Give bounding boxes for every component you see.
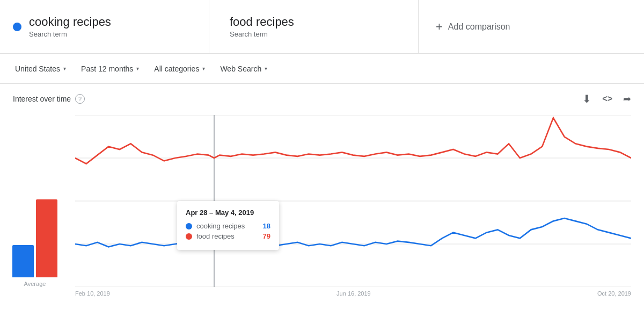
add-comparison-button[interactable]: + Add comparison [419, 0, 644, 53]
section-title-group: Interest over time ? [13, 94, 85, 104]
tooltip-row-blue: cooking recipes 18 [186, 222, 270, 230]
section-title: Interest over time [13, 95, 71, 103]
add-comparison-label: Add comparison [448, 22, 510, 32]
tooltip-term-red: food recipes [196, 232, 259, 240]
x-label-3: Oct 20, 2019 [597, 290, 631, 297]
period-chevron-icon: ▾ [136, 66, 139, 71]
category-filter[interactable]: All categories ▾ [148, 60, 211, 77]
region-chevron-icon: ▾ [63, 66, 66, 71]
blue-line [75, 218, 631, 247]
embed-code-icon[interactable]: <> [602, 94, 612, 104]
term1-info: cooking recipes Search term [29, 15, 111, 38]
chart-tooltip: Apr 28 – May 4, 2019 cooking recipes 18 … [177, 201, 279, 250]
help-icon[interactable]: ? [75, 94, 85, 104]
header: cooking recipes Search term food recipes… [0, 0, 644, 54]
tooltip-value-blue: 18 [263, 222, 270, 230]
x-label-2: Jun 16, 2019 [336, 290, 371, 297]
tooltip-date: Apr 28 – May 4, 2019 [186, 209, 270, 217]
tooltip-term-blue: cooking recipes [196, 222, 259, 230]
average-bar-chart: Average [0, 110, 70, 303]
tooltip-dot-blue [186, 223, 192, 229]
term1-name: cooking recipes [29, 15, 111, 29]
region-filter[interactable]: United States ▾ [9, 60, 72, 77]
section-actions: ⬇ <> ➦ [582, 92, 631, 105]
x-label-1: Feb 10, 2019 [75, 290, 110, 297]
search-type-chevron-icon: ▾ [265, 66, 267, 71]
line-chart-svg: 100 75 50 25 [75, 115, 631, 287]
section-header: Interest over time ? ⬇ <> ➦ [0, 84, 644, 110]
share-icon[interactable]: ➦ [623, 93, 631, 105]
tooltip-dot-red [186, 233, 192, 240]
category-label: All categories [154, 64, 199, 73]
filters-bar: United States ▾ Past 12 months ▾ All cat… [0, 54, 644, 84]
download-icon[interactable]: ⬇ [582, 92, 591, 105]
category-chevron-icon: ▾ [202, 66, 205, 71]
tooltip-value-red: 79 [263, 232, 270, 240]
term1-type: Search term [29, 30, 111, 38]
term2-info: food recipes Search term [230, 15, 294, 38]
chart-container: Average Apr 28 – May 4, 2019 cooking rec… [0, 110, 644, 303]
region-label: United States [15, 64, 60, 73]
avg-bar-blue [12, 245, 34, 277]
period-filter[interactable]: Past 12 months ▾ [75, 60, 145, 77]
line-chart-area: Apr 28 – May 4, 2019 cooking recipes 18 … [70, 110, 644, 303]
plus-icon: + [436, 20, 443, 34]
x-axis-labels: Feb 10, 2019 Jun 16, 2019 Oct 20, 2019 [75, 289, 631, 297]
tooltip-row-red: food recipes 79 [186, 232, 270, 240]
search-type-label: Web Search [220, 64, 261, 73]
avg-bar-red [36, 199, 57, 277]
term2-block: food recipes Search term [209, 0, 419, 53]
term1-dot [13, 23, 21, 31]
search-type-filter[interactable]: Web Search ▾ [214, 60, 274, 77]
term2-name: food recipes [230, 15, 294, 29]
period-label: Past 12 months [81, 64, 133, 73]
term2-type: Search term [230, 30, 294, 38]
avg-bars [12, 170, 57, 277]
term1-block: cooking recipes Search term [0, 0, 209, 53]
avg-label: Average [24, 281, 46, 287]
red-line [75, 118, 631, 163]
